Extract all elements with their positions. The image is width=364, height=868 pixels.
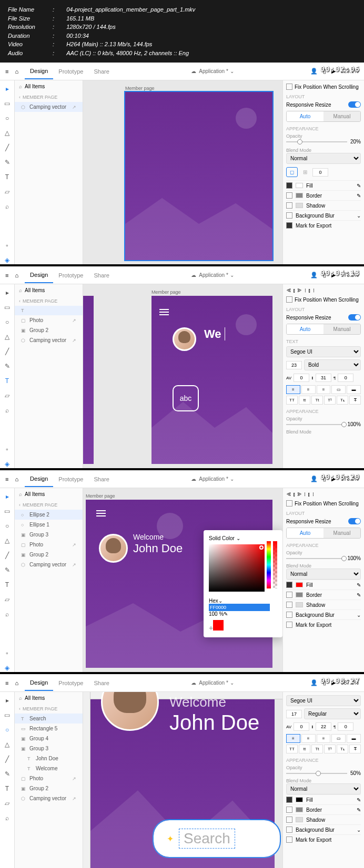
alpha-slider[interactable] bbox=[273, 541, 277, 588]
layer-item[interactable]: ▢Photo↗ bbox=[15, 540, 83, 550]
select-tool[interactable]: ▸ bbox=[3, 85, 12, 93]
opacity-slider[interactable] bbox=[286, 773, 347, 774]
font-select[interactable]: Segoe UI bbox=[286, 695, 361, 706]
tab-design[interactable]: Design bbox=[25, 476, 53, 487]
layer-item[interactable]: ▣Group 3 bbox=[15, 530, 83, 540]
tab-prototype[interactable]: Prototype bbox=[53, 680, 88, 686]
section-header[interactable]: ‹MEMBER PAGE bbox=[15, 296, 83, 306]
shadow-swatch[interactable] bbox=[296, 817, 303, 822]
bgblur-checkbox[interactable] bbox=[286, 826, 292, 833]
layer-item[interactable]: ▣Group 2 bbox=[15, 783, 83, 793]
titlecase-btn[interactable]: Tt bbox=[311, 396, 323, 405]
align-right-icon[interactable]: ⫸ bbox=[297, 287, 302, 293]
chevron-down-icon[interactable]: ⌄ bbox=[357, 213, 361, 219]
pen-tool[interactable]: ✎ bbox=[3, 566, 12, 574]
layer-item[interactable]: TJohn Doe bbox=[15, 753, 83, 763]
polygon-tool[interactable]: △ bbox=[3, 740, 12, 749]
layers-icon[interactable]: ◈ bbox=[3, 460, 12, 468]
border-swatch[interactable] bbox=[296, 193, 303, 198]
artboard-tool[interactable]: ▱ bbox=[3, 188, 12, 196]
avatar-icon[interactable]: 👤 bbox=[310, 272, 318, 278]
align-center-btn[interactable]: ≡ bbox=[301, 385, 316, 394]
blend-select[interactable]: Normal bbox=[286, 153, 361, 164]
zoom-tool[interactable]: ⌕ bbox=[3, 406, 12, 415]
zoom-tool[interactable]: ⌕ bbox=[3, 814, 12, 822]
artboard-label[interactable]: Member page bbox=[86, 493, 115, 499]
fixed-width-btn[interactable]: ▬ bbox=[347, 385, 361, 394]
tab-prototype[interactable]: Prototype bbox=[53, 272, 88, 278]
artboard-tool[interactable]: ▱ bbox=[3, 595, 12, 604]
chevron-down-icon[interactable]: ⌄ bbox=[357, 612, 361, 618]
tab-share[interactable]: Share bbox=[88, 680, 114, 686]
text-tool[interactable]: T bbox=[3, 784, 12, 793]
current-swatch[interactable] bbox=[213, 620, 224, 631]
color-gradient[interactable] bbox=[209, 544, 265, 592]
para-spacing-input[interactable] bbox=[338, 722, 353, 731]
tab-share[interactable]: Share bbox=[88, 476, 114, 482]
fix-scroll-checkbox[interactable] bbox=[286, 500, 292, 507]
align-middle-icon[interactable]: ⫿ bbox=[308, 287, 311, 293]
avatar-icon[interactable]: 👤 bbox=[310, 68, 318, 75]
layer-item-camping[interactable]: ⬡Camping vector↗ bbox=[15, 102, 83, 112]
chevron-down-icon[interactable]: ⌄ bbox=[230, 476, 234, 482]
tab-design[interactable]: Design bbox=[25, 272, 53, 283]
artboard-tool[interactable]: ▱ bbox=[3, 391, 12, 400]
auto-option[interactable]: Auto bbox=[287, 111, 323, 121]
artboard[interactable] bbox=[125, 92, 272, 260]
pen-tool[interactable]: ✎ bbox=[3, 362, 12, 370]
char-spacing-input[interactable] bbox=[294, 374, 309, 382]
shadow-checkbox[interactable] bbox=[286, 602, 292, 608]
char-spacing-input[interactable] bbox=[294, 722, 309, 731]
rectangle-tool[interactable]: ▭ bbox=[3, 99, 12, 108]
line-spacing-input[interactable] bbox=[316, 374, 331, 382]
polygon-tool[interactable]: △ bbox=[3, 129, 12, 137]
select-tool[interactable]: ▸ bbox=[3, 696, 12, 705]
layer-item[interactable]: TWelcome bbox=[15, 763, 83, 773]
auto-width-btn[interactable]: ▭ bbox=[331, 385, 346, 394]
eyedropper-icon[interactable]: ✎ bbox=[224, 611, 228, 617]
rectangle-tool[interactable]: ▭ bbox=[3, 711, 12, 719]
font-size-input[interactable] bbox=[286, 361, 302, 369]
assets-icon[interactable]: ▫ bbox=[3, 445, 12, 453]
polygon-tool[interactable]: △ bbox=[3, 536, 12, 545]
layer-item[interactable]: ▭Rectangle 5 bbox=[15, 724, 83, 733]
blend-select[interactable]: Normal bbox=[286, 783, 361, 794]
line-tool[interactable]: ╱ bbox=[3, 551, 12, 560]
font-weight-select[interactable]: Regular bbox=[304, 708, 361, 719]
chevron-down-icon[interactable]: ⌄ bbox=[357, 827, 361, 833]
fixed-width-btn[interactable]: ▬ bbox=[347, 734, 361, 743]
assets-icon[interactable]: ▫ bbox=[3, 241, 12, 250]
layer-item-photo[interactable]: ▢Photo↗ bbox=[15, 315, 83, 325]
eyedropper-icon[interactable]: ✎ bbox=[357, 797, 361, 803]
responsive-toggle[interactable] bbox=[348, 101, 361, 108]
strikethrough-btn[interactable]: T̶ bbox=[349, 745, 361, 753]
strikethrough-btn[interactable]: T̶ bbox=[349, 396, 361, 405]
section-header[interactable]: ‹MEMBER PAGE bbox=[15, 92, 83, 102]
layer-item-text[interactable]: TT bbox=[15, 306, 83, 315]
subscript-btn[interactable]: T₁ bbox=[337, 745, 348, 753]
shadow-swatch[interactable] bbox=[296, 602, 303, 607]
tab-share[interactable]: Share bbox=[88, 272, 114, 278]
corner-radius-input[interactable] bbox=[312, 168, 328, 177]
fill-swatch[interactable] bbox=[296, 797, 303, 802]
line-tool[interactable]: ╱ bbox=[3, 143, 12, 152]
artboard[interactable]: We abc bbox=[151, 296, 272, 464]
eyedropper-icon[interactable]: ✎ bbox=[357, 807, 361, 813]
rectangle-tool[interactable]: ▭ bbox=[3, 507, 12, 515]
border-checkbox[interactable] bbox=[286, 807, 292, 813]
chevron-down-icon[interactable]: ⌄ bbox=[218, 598, 223, 604]
export-checkbox[interactable] bbox=[286, 222, 292, 229]
font-select[interactable]: Segoe UI bbox=[286, 346, 361, 357]
home-icon[interactable]: ⌂ bbox=[15, 272, 18, 278]
fill-swatch[interactable] bbox=[296, 183, 303, 188]
layer-search[interactable] bbox=[25, 287, 92, 293]
shadow-checkbox[interactable] bbox=[286, 202, 292, 209]
border-checkbox[interactable] bbox=[286, 192, 292, 199]
eyedropper-icon[interactable]: ✎ bbox=[357, 582, 361, 588]
titlecase-btn[interactable]: Tt bbox=[311, 745, 323, 753]
menu-icon[interactable]: ≡ bbox=[5, 68, 8, 75]
align-right-btn[interactable]: ≡ bbox=[317, 385, 331, 394]
layers-icon[interactable]: ◈ bbox=[3, 664, 12, 672]
polygon-tool[interactable]: △ bbox=[3, 333, 12, 341]
select-tool[interactable]: ▸ bbox=[3, 492, 12, 501]
